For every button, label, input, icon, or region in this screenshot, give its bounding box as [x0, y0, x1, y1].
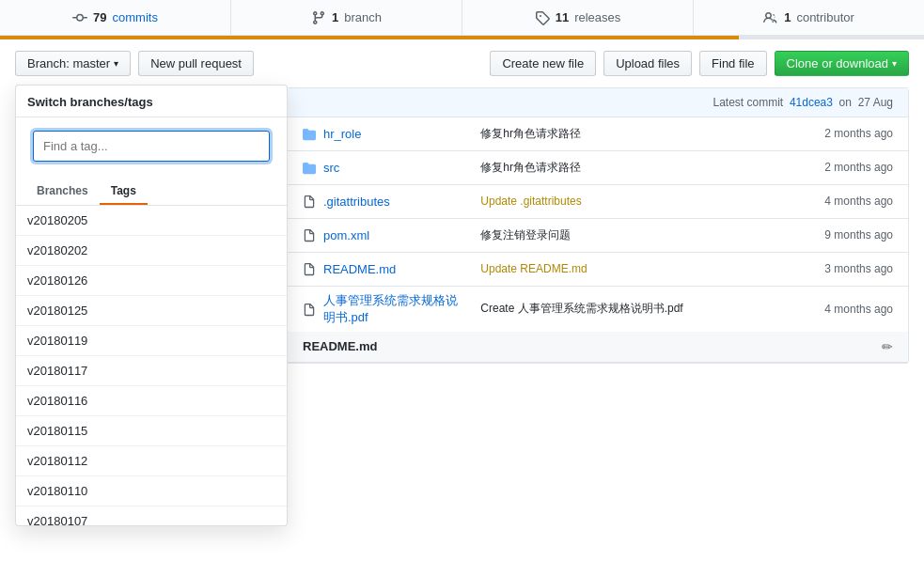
tag-list-item[interactable]: v20180125 [16, 296, 287, 326]
file-age: 4 months ago [780, 303, 893, 316]
find-file-button[interactable]: Find file [699, 51, 767, 76]
repository-content: Latest commit 41dcea3 on 27 Aug hr_role修… [287, 87, 909, 364]
file-age: 4 months ago [780, 195, 893, 208]
file-name: README.md [323, 261, 465, 276]
file-message: 修复注销登录问题 [465, 227, 780, 243]
readme-bar: README.md ✏ [288, 332, 908, 363]
contributors-icon [763, 9, 778, 25]
table-row: .gitattributesUpdate .gitattributes4 mon… [288, 185, 908, 219]
tag-list-item[interactable]: v20180107 [16, 506, 287, 525]
tag-list-item[interactable]: v20180115 [16, 416, 287, 446]
tag-list-item[interactable]: v20180116 [16, 386, 287, 416]
file-age: 3 months ago [780, 262, 893, 275]
tag-search-input[interactable] [33, 131, 270, 162]
file-list: hr_role修复hr角色请求路径2 months agosrc修复hr角色请求… [288, 117, 908, 332]
file-icon [303, 194, 316, 209]
branches-tab[interactable]: Branches [25, 179, 100, 205]
tag-list-item[interactable]: v20180119 [16, 326, 287, 356]
create-new-file-label: Create new file [502, 56, 584, 70]
file-age: 9 months ago [780, 228, 893, 242]
new-pull-request-button[interactable]: New pull request [138, 51, 254, 76]
releases-count: 11 [556, 10, 569, 24]
folder-icon [303, 126, 316, 141]
releases-icon [535, 9, 550, 25]
commits-label: commits [113, 10, 158, 24]
file-age: 2 months ago [780, 127, 893, 140]
file-name: .gitattributes [323, 194, 465, 209]
commit-hash-link[interactable]: 41dcea3 [790, 96, 833, 109]
tag-list-item[interactable]: v20180117 [16, 356, 287, 386]
tag-list-item[interactable]: v20180126 [16, 266, 287, 296]
folder-icon [303, 160, 316, 175]
dropdown-tabs: Branches Tags [16, 179, 287, 206]
new-pull-request-label: New pull request [150, 56, 242, 70]
file-icon [303, 261, 316, 276]
create-new-file-button[interactable]: Create new file [490, 51, 596, 76]
tag-list-item[interactable]: v20180205 [16, 206, 287, 236]
branch-icon [311, 9, 326, 25]
latest-commit-bar: Latest commit 41dcea3 on 27 Aug [288, 88, 908, 117]
tag-list-item[interactable]: v20180112 [16, 446, 287, 476]
branch-caret-icon: ▾ [114, 58, 118, 69]
table-row: src修复hr角色请求路径2 months ago [288, 151, 908, 185]
clone-caret-icon: ▾ [892, 58, 897, 69]
file-message: Update README.md [465, 262, 780, 275]
file-name: src [323, 160, 465, 175]
table-row: 人事管理系统需求规格说明书.pdfCreate 人事管理系统需求规格说明书.pd… [288, 287, 908, 332]
commits-icon [72, 9, 87, 25]
commits-stat[interactable]: 79 commits [0, 0, 231, 35]
tag-list-item[interactable]: v20180202 [16, 236, 287, 266]
branch-dropdown-panel: Switch branches/tags Branches Tags v2018… [15, 85, 288, 526]
branch-selector-button[interactable]: Branch: master ▾ [15, 51, 131, 76]
edit-readme-icon[interactable]: ✏ [882, 339, 893, 354]
releases-stat[interactable]: 11 releases [462, 0, 694, 35]
contributors-count: 1 [784, 10, 791, 24]
upload-files-button[interactable]: Upload files [603, 51, 692, 76]
tag-list[interactable]: v20180205v20180202v20180126v20180125v201… [16, 206, 287, 525]
toolbar: Branch: master ▾ New pull request Create… [0, 39, 924, 87]
readme-title: README.md [303, 339, 882, 353]
file-message: 修复hr角色请求路径 [465, 126, 780, 142]
file-icon [303, 301, 316, 316]
contributors-label: contributor [796, 10, 854, 24]
table-row: hr_role修复hr角色请求路径2 months ago [288, 117, 908, 151]
contributors-stat[interactable]: 1 contributor [694, 0, 924, 35]
clone-download-button[interactable]: Clone or download ▾ [775, 51, 909, 76]
file-name: pom.xml [323, 227, 465, 242]
upload-files-label: Upload files [616, 56, 680, 70]
stats-bar: 79 commits 1 branch 11 releases 1 contri… [0, 0, 924, 36]
file-message: Update .gitattributes [465, 195, 780, 208]
page-wrapper: 79 commits 1 branch 11 releases 1 contri… [0, 0, 924, 561]
file-message: 修复hr角色请求路径 [465, 160, 780, 176]
branch-count: 1 [332, 10, 338, 24]
table-row: pom.xml修复注销登录问题9 months ago [288, 219, 908, 253]
branch-stat[interactable]: 1 branch [231, 0, 462, 35]
branch-selector-label: Branch: master [27, 56, 110, 70]
file-message: Create 人事管理系统需求规格说明书.pdf [465, 301, 780, 317]
dropdown-header: Switch branches/tags [16, 86, 287, 117]
releases-label: releases [574, 10, 620, 24]
file-name: hr_role [323, 126, 465, 141]
find-file-label: Find file [712, 56, 755, 70]
toolbar-right: Create new file Upload files Find file C… [490, 51, 909, 76]
tags-tab[interactable]: Tags [100, 179, 148, 205]
clone-download-label: Clone or download [787, 56, 888, 70]
file-age: 2 months ago [780, 161, 893, 174]
branch-label: branch [344, 10, 382, 24]
commits-count: 79 [93, 10, 106, 24]
tag-list-item[interactable]: v20180110 [16, 476, 287, 506]
table-row: README.mdUpdate README.md3 months ago [288, 253, 908, 287]
file-name: 人事管理系统需求规格说明书.pdf [323, 292, 465, 326]
file-icon [303, 227, 316, 242]
latest-commit-label: Latest commit 41dcea3 on 27 Aug [713, 96, 894, 109]
